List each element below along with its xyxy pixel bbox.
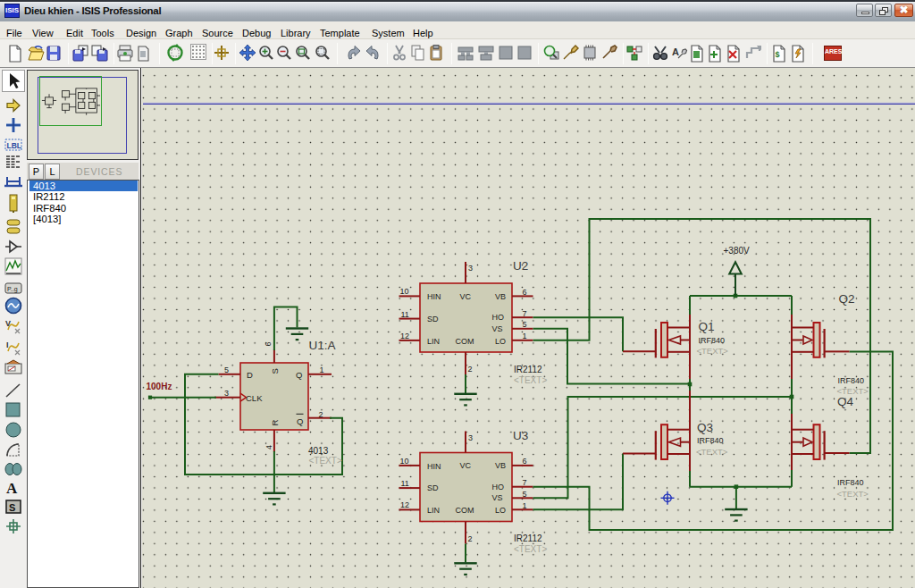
svg-text:P..g: P..g <box>7 286 18 293</box>
svg-text:V: V <box>5 319 11 328</box>
svg-text:1: 1 <box>320 365 324 374</box>
svg-text:VS: VS <box>492 493 503 502</box>
svg-text:Q3: Q3 <box>697 421 713 434</box>
svg-text:<TEXT>: <TEXT> <box>309 456 342 466</box>
svg-text:Q1: Q1 <box>699 320 715 333</box>
svg-text:S: S <box>9 502 15 513</box>
svg-text:LIN: LIN <box>427 337 440 346</box>
svg-text:4: 4 <box>264 445 273 449</box>
svg-text:SD: SD <box>427 483 439 492</box>
svg-text:<TEXT>: <TEXT> <box>696 447 728 457</box>
svg-text:Q4: Q4 <box>837 395 854 408</box>
svg-text:7: 7 <box>523 309 527 318</box>
svg-text:100Hz: 100Hz <box>147 382 172 391</box>
svg-text:11: 11 <box>401 479 409 488</box>
svg-text:10: 10 <box>400 457 409 466</box>
svg-text:11: 11 <box>401 310 409 319</box>
svg-text:10: 10 <box>400 287 409 296</box>
svg-text:7: 7 <box>523 478 527 487</box>
svg-text:VC: VC <box>460 461 472 470</box>
svg-text:VB: VB <box>495 461 506 470</box>
svg-text:<TEXT>: <TEXT> <box>837 489 869 499</box>
svg-text:A: A <box>672 46 679 57</box>
svg-text:12: 12 <box>400 500 409 509</box>
svg-text:5: 5 <box>523 320 527 329</box>
svg-text:6: 6 <box>523 288 527 297</box>
svg-text:IRF840: IRF840 <box>837 478 864 487</box>
svg-text:<TEXT>: <TEXT> <box>697 346 729 356</box>
svg-text:COM: COM <box>456 337 474 346</box>
svg-text:VC: VC <box>460 292 472 301</box>
svg-text:+380V: +380V <box>724 246 751 256</box>
svg-text:I: I <box>6 340 9 349</box>
svg-text:A: A <box>6 480 18 497</box>
svg-text:LO: LO <box>495 506 506 515</box>
svg-text:VS: VS <box>492 324 503 333</box>
svg-text:IRF840: IRF840 <box>699 336 726 345</box>
svg-text:<TEXT>: <TEXT> <box>514 375 547 385</box>
svg-text:1: 1 <box>523 501 527 510</box>
svg-text:4013: 4013 <box>308 446 329 456</box>
svg-text:2: 2 <box>319 410 323 419</box>
svg-text:6: 6 <box>523 457 527 466</box>
svg-text:IRF840: IRF840 <box>697 436 724 445</box>
svg-text:IRF840: IRF840 <box>838 376 865 385</box>
svg-text:$: $ <box>776 50 780 59</box>
svg-text:6: 6 <box>264 341 273 346</box>
svg-text:3: 3 <box>468 433 473 442</box>
svg-text:Q: Q <box>297 416 303 426</box>
svg-text:VB: VB <box>495 292 506 301</box>
svg-text:IR2112: IR2112 <box>514 365 542 374</box>
svg-text:5: 5 <box>523 490 527 499</box>
svg-text:LO: LO <box>495 337 506 346</box>
svg-text:3: 3 <box>224 389 229 398</box>
svg-text:5: 5 <box>224 365 229 374</box>
svg-text:SD: SD <box>427 315 439 323</box>
svg-text:D: D <box>247 370 253 380</box>
svg-text:1: 1 <box>523 332 527 340</box>
svg-text:HIN: HIN <box>427 292 441 301</box>
svg-text:<TEXT>: <TEXT> <box>514 544 547 554</box>
svg-text:12: 12 <box>400 332 409 340</box>
svg-text:3: 3 <box>468 264 473 273</box>
svg-text:LBL: LBL <box>7 141 22 150</box>
svg-text:IR2112: IR2112 <box>514 533 542 543</box>
svg-text:U3: U3 <box>513 429 528 442</box>
svg-text:HIN: HIN <box>427 462 441 471</box>
svg-text:R: R <box>270 420 280 426</box>
svg-text:LIN: LIN <box>427 506 440 515</box>
svg-text:Q2: Q2 <box>839 292 855 306</box>
svg-text:HO: HO <box>492 313 505 322</box>
svg-text:Q: Q <box>296 370 302 380</box>
svg-text:U2: U2 <box>513 259 528 273</box>
svg-text:2: 2 <box>468 365 473 374</box>
svg-text:S: S <box>270 368 280 374</box>
svg-text:CLK: CLK <box>246 393 263 403</box>
svg-text:U1:A: U1:A <box>309 339 336 352</box>
svg-text:2: 2 <box>468 534 473 543</box>
svg-text:COM: COM <box>456 506 474 515</box>
svg-text:HO: HO <box>492 483 505 491</box>
